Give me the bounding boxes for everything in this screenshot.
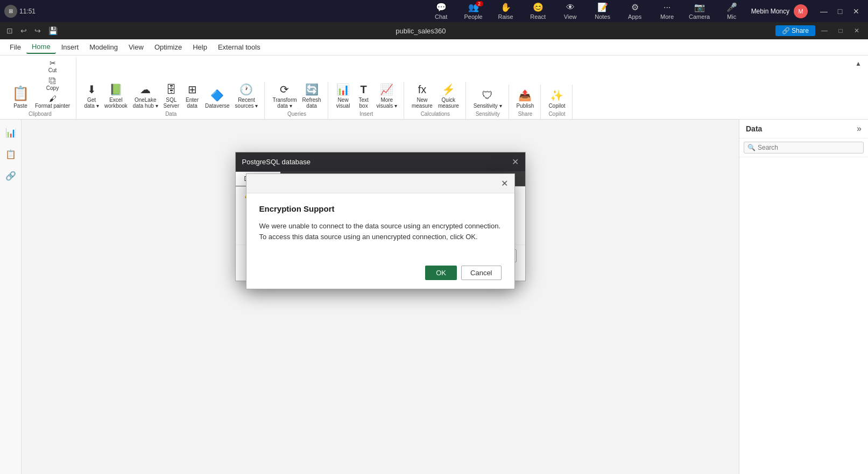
nav-people[interactable]: 👥 People 2 bbox=[458, 0, 489, 22]
more-visuals-button[interactable]: 📈 Morevisuals ▾ bbox=[375, 82, 399, 110]
copilot-button[interactable]: ✨ Copilot bbox=[546, 88, 567, 110]
right-panel-collapse-button[interactable]: » bbox=[857, 124, 862, 134]
sidebar-model-icon[interactable]: 🔗 bbox=[2, 167, 19, 184]
new-visual-button[interactable]: 📊 Newvisual bbox=[334, 82, 353, 110]
menu-home[interactable]: Home bbox=[26, 40, 56, 54]
title-maximize-button[interactable]: □ bbox=[834, 24, 848, 38]
undo-icon[interactable]: ↩ bbox=[18, 25, 29, 36]
enc-dialog-footer: OK Cancel bbox=[246, 261, 514, 289]
dataverse-button[interactable]: 🔷 Dataverse bbox=[203, 88, 232, 110]
cut-button[interactable]: ✂ Cut bbox=[33, 58, 72, 74]
title-close-button[interactable]: ✕ bbox=[850, 24, 864, 38]
menu-modeling[interactable]: Modeling bbox=[84, 41, 123, 53]
nav-more[interactable]: ··· More bbox=[652, 0, 682, 22]
mic-label: Mic bbox=[727, 13, 736, 20]
ribbon-group-queries: ⟳ Transformdata ▾ 🔄 Refreshdata Queries bbox=[266, 82, 328, 119]
minimize-button[interactable]: — bbox=[816, 4, 831, 19]
menu-file[interactable]: File bbox=[4, 41, 26, 53]
text-box-icon: T bbox=[361, 83, 367, 96]
excel-workbook-button[interactable]: 📗 Excelworkbook bbox=[102, 82, 130, 110]
enter-data-button[interactable]: ⊞ Enterdata bbox=[182, 82, 202, 110]
ribbon-collapse-button[interactable]: ▲ bbox=[853, 58, 864, 69]
save-icon[interactable]: 💾 bbox=[46, 25, 60, 36]
camera-label: Camera bbox=[689, 13, 710, 20]
refresh-data-button[interactable]: 🔄 Refreshdata bbox=[300, 82, 323, 110]
format-painter-button[interactable]: 🖌 Format painter bbox=[33, 93, 72, 110]
copy-button[interactable]: ⿻ Copy bbox=[33, 75, 72, 92]
sensitivity-button[interactable]: 🛡 Sensitivity ▾ bbox=[471, 88, 504, 110]
onelake-button[interactable]: ☁ OneLakedata hub ▾ bbox=[131, 82, 160, 110]
psql-dialog-title: PostgreSQL database bbox=[242, 158, 310, 166]
nav-notes[interactable]: 📝 Notes bbox=[588, 0, 618, 22]
transform-data-button[interactable]: ⟳ Transformdata ▾ bbox=[270, 82, 299, 110]
maximize-button[interactable]: □ bbox=[832, 4, 848, 19]
close-button[interactable]: ✕ bbox=[849, 4, 864, 19]
main-content: 📊 📋 🔗 📝 PostgreSQL database ✕ Database 🔑… bbox=[0, 120, 868, 474]
menu-optimize[interactable]: Optimize bbox=[149, 41, 187, 53]
psql-dialog-close-button[interactable]: ✕ bbox=[512, 157, 519, 167]
sql-server-button[interactable]: 🗄 SQLServer bbox=[161, 82, 181, 110]
view-icon: 👁 bbox=[566, 3, 575, 12]
new-measure-button[interactable]: fx Newmeasure bbox=[410, 82, 435, 110]
menu-external-tools[interactable]: External tools bbox=[213, 41, 266, 53]
right-panel-search-container: 🔍 bbox=[739, 138, 868, 157]
top-bar-left: ⊞ 11:51 bbox=[4, 5, 44, 18]
share-button[interactable]: 🔗 Share bbox=[775, 25, 815, 36]
get-data-label: Getdata ▾ bbox=[84, 97, 98, 109]
user-avatar[interactable]: M bbox=[794, 4, 808, 18]
paste-button[interactable]: 📋 Paste bbox=[9, 84, 32, 110]
enc-dialog-message: We were unable to connect to the data so… bbox=[259, 221, 502, 242]
new-measure-label: Newmeasure bbox=[412, 97, 433, 109]
quick-measure-button[interactable]: ⚡ Quickmeasure bbox=[436, 82, 461, 110]
nav-view[interactable]: 👁 View bbox=[555, 0, 585, 22]
enc-ok-button[interactable]: OK bbox=[425, 266, 457, 280]
nav-camera[interactable]: 📷 Camera bbox=[684, 0, 715, 22]
clipboard-secondary: ✂ Cut ⿻ Copy 🖌 Format painter bbox=[33, 58, 72, 110]
ribbon-group-calculations: fx Newmeasure ⚡ Quickmeasure Calculation… bbox=[405, 82, 466, 119]
nav-mic[interactable]: 🎤 Mic bbox=[717, 0, 747, 22]
copilot-label: Copilot bbox=[548, 103, 565, 109]
share-items: 📤 Publish bbox=[514, 85, 537, 110]
dataverse-icon: 🔷 bbox=[210, 89, 224, 102]
enc-cancel-button[interactable]: Cancel bbox=[461, 266, 501, 280]
recent-sources-button[interactable]: 🕐 Recentsources ▾ bbox=[233, 82, 260, 110]
raise-icon: ✋ bbox=[500, 2, 511, 12]
system-icon: ⊞ bbox=[4, 5, 17, 18]
redo-icon[interactable]: ↪ bbox=[32, 25, 43, 36]
enc-dialog-body: Encryption Support We were unable to con… bbox=[246, 193, 514, 261]
search-icon: 🔍 bbox=[747, 144, 756, 151]
enc-dialog-close-button[interactable]: ✕ bbox=[501, 178, 508, 189]
new-visual-icon: 📊 bbox=[336, 83, 350, 96]
nav-react[interactable]: 😊 React bbox=[523, 0, 553, 22]
nav-chat[interactable]: 💬 Chat bbox=[426, 0, 456, 22]
clipboard-items: 📋 Paste ✂ Cut ⿻ Copy 🖌 Format painter bbox=[9, 58, 72, 110]
menu-insert[interactable]: Insert bbox=[56, 41, 84, 53]
nav-apps[interactable]: ⚙ Apps bbox=[620, 0, 650, 22]
paste-label: Paste bbox=[13, 103, 27, 109]
get-data-button[interactable]: ⬇ Getdata ▾ bbox=[82, 82, 101, 110]
queries-group-label: Queries bbox=[270, 111, 323, 117]
onelake-icon: ☁ bbox=[140, 83, 151, 96]
text-box-button[interactable]: T Textbox bbox=[354, 82, 373, 110]
publish-icon: 📤 bbox=[518, 89, 532, 102]
notes-label: Notes bbox=[595, 13, 610, 20]
title-minimize-button[interactable]: — bbox=[817, 24, 831, 38]
right-panel-title: Data bbox=[746, 124, 762, 133]
insert-group-label: Insert bbox=[334, 111, 399, 117]
title-bar-right: 🔗 Share — □ ✕ bbox=[775, 24, 864, 38]
publish-button[interactable]: 📤 Publish bbox=[514, 88, 537, 110]
sidebar-data-icon[interactable]: 📋 bbox=[2, 145, 19, 163]
menu-bar: File Home Insert Modeling View Optimize … bbox=[0, 39, 868, 55]
top-bar: ⊞ 11:51 💬 Chat 👥 People 2 ✋ Raise 😊 Reac… bbox=[0, 0, 868, 22]
share-group-label: Share bbox=[514, 111, 537, 117]
insert-items: 📊 Newvisual T Textbox 📈 Morevisuals ▾ bbox=[334, 82, 399, 110]
nav-raise[interactable]: ✋ Raise bbox=[491, 0, 521, 22]
top-bar-nav: 💬 Chat 👥 People 2 ✋ Raise 😊 React 👁 View… bbox=[44, 0, 747, 22]
search-input[interactable] bbox=[758, 144, 860, 151]
menu-view[interactable]: View bbox=[123, 41, 149, 53]
menu-help[interactable]: Help bbox=[187, 41, 213, 53]
sensitivity-group-label: Sensitivity bbox=[471, 111, 504, 117]
sidebar-report-icon[interactable]: 📊 bbox=[2, 124, 19, 141]
enc-dialog-header: ✕ bbox=[246, 174, 514, 193]
people-label: People bbox=[464, 13, 482, 20]
